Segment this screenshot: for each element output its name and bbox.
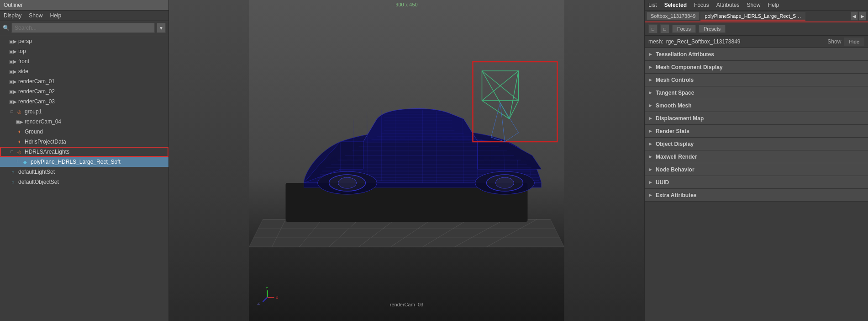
section-arrow-icon: ► [648,116,653,121]
attr-menu-help[interactable]: Help [766,1,781,9]
svg-text:X: X [276,295,279,300]
attr-mesh-value: rge_Rect_Softbox_113173849 [666,38,825,45]
outliner-menu-display[interactable]: Display [2,11,23,20]
attr-editor-panel: List Selected Focus Attributes Show Help… [644,0,868,321]
show-label: Show [827,38,841,45]
set-icon: ○ [9,168,16,176]
attr-menu-focus[interactable]: Focus [692,1,711,9]
tree-item-top[interactable]: ▣▶ top [0,46,168,56]
attr-menu-selected[interactable]: Selected [663,1,689,9]
section-tessellation[interactable]: ► Tessellation Attributes [645,48,868,61]
presets-button[interactable]: Presets [699,25,726,33]
section-arrow-icon: ► [648,154,653,159]
section-arrow-icon: ► [648,64,653,70]
viewport-svg: X Y Z [169,0,644,321]
viewport-inner: 900 x 450 [169,0,644,321]
camera-icon: ▣▶ [9,88,16,95]
tree-item-renderCam04[interactable]: ▣▶ renderCam_04 [0,117,168,127]
attr-menu-list[interactable]: List [647,1,659,9]
expand-icon: □ [9,149,15,155]
viewport-panel[interactable]: 900 x 450 [169,0,644,321]
camera-icon: ▣▶ [9,68,16,75]
tree-item-side[interactable]: ▣▶ side [0,66,168,76]
section-extra-attributes[interactable]: ► Extra Attributes [645,189,868,202]
section-render-stats[interactable]: ► Render Stats [645,125,868,138]
tree-item-defaultLightSet[interactable]: ○ defaultLightSet [0,167,168,177]
section-displacement-map[interactable]: ► Displacement Map [645,112,868,125]
section-uuid[interactable]: ► UUID [645,176,868,189]
outliner-title: Outliner [0,0,168,11]
group-icon: ◎ [16,108,23,115]
attr-icon-copy1[interactable]: □ [648,24,658,33]
outliner-menu-help[interactable]: Help [48,11,63,20]
section-mesh-component-display[interactable]: ► Mesh Component Display [645,61,868,74]
tree-item-persp[interactable]: ▣▶ persp [0,36,168,46]
attr-tab-polyplane[interactable]: polyPlaneShape_HDRLS_Large_Rect_Softbox_… [700,12,805,21]
viewport-camera-label: renderCam_03 [390,302,423,307]
attr-menu-show[interactable]: Show [745,1,762,9]
attr-sections: ► Tessellation Attributes ► Mesh Compone… [645,48,868,321]
tree-item-renderCam03[interactable]: ▣▶ renderCam_03 [0,96,168,107]
focus-button[interactable]: Focus [672,25,696,33]
camera-icon: ▣▶ [16,118,23,125]
svg-text:Z: Z [258,301,260,305]
set-icon: ○ [9,178,16,186]
tree-item-group1[interactable]: □ ◎ group1 [0,107,168,117]
outliner-menu-show[interactable]: Show [27,11,44,20]
tree-item-ground[interactable]: ✦ Ground [0,127,168,137]
camera-icon: ▣▶ [9,98,16,105]
attr-menu-attributes[interactable]: Attributes [715,1,742,9]
section-maxwell-render[interactable]: ► Maxwell Render [645,150,868,163]
attr-tabs-bar: Softbox_113173849 polyPlaneShape_HDRLS_L… [645,11,868,22]
search-bar: 🔍 ▼ [0,21,168,35]
camera-icon: ▣▶ [9,37,16,45]
camera-icon: ▣▶ [9,58,16,65]
hdrls-icon: ✦ [16,138,23,145]
search-input[interactable] [11,23,155,33]
expand-icon: □ [9,109,15,114]
tree-item-renderCam02[interactable]: ▣▶ renderCam_02 [0,86,168,96]
section-arrow-icon: ► [648,193,653,198]
section-arrow-icon: ► [648,103,653,108]
hide-button[interactable]: Hide [844,37,864,46]
tab-prev-btn[interactable]: ◀ [851,11,858,21]
section-arrow-icon: ► [648,180,653,185]
attr-menubar: List Selected Focus Attributes Show Help [645,0,868,11]
tree-item-defaultObjectSet[interactable]: ○ defaultObjectSet [0,177,168,187]
mesh-icon: ◆ [21,158,29,166]
attr-icon-copy2[interactable]: □ [660,24,669,33]
outliner-tree: ▣▶ persp ▣▶ top ▣▶ front ▣▶ side ▣▶ rend… [0,35,168,321]
attr-tab-softbox[interactable]: Softbox_113173849 [647,12,700,20]
attr-tab-arrows: ◀ ▶ [851,11,866,21]
tree-item-HDRLSAreaLights[interactable]: □ ◎ HDRLSAreaLights [0,147,168,157]
viewport-size-label: 900 x 450 [395,2,417,7]
light-group-icon: ◎ [16,148,23,155]
tree-item-polyPlane[interactable]: └ ◆ polyPlane_HDRLS_Large_Rect_Soft [0,157,168,167]
section-arrow-icon: ► [648,141,653,146]
svg-text:Y: Y [266,286,268,290]
search-icon: 🔍 [3,25,10,31]
tree-item-hdrlsProjectData[interactable]: ✦ HdrlsProjectData [0,137,168,147]
section-arrow-icon: ► [648,90,653,95]
svg-point-55 [496,177,514,188]
mesh-icon: ✦ [16,128,23,135]
section-arrow-icon: ► [648,167,653,172]
attr-mesh-label: mesh: [648,38,663,45]
tab-next-btn[interactable]: ▶ [859,11,866,21]
section-node-behavior[interactable]: ► Node Behavior [645,163,868,176]
outliner-panel: Outliner Display Show Help 🔍 ▼ ▣▶ persp … [0,0,169,321]
search-dropdown-btn[interactable]: ▼ [157,23,166,33]
section-arrow-icon: ► [648,77,653,82]
tree-item-renderCam01[interactable]: ▣▶ renderCam_01 [0,76,168,86]
child-arrow-icon: └ [16,160,20,164]
section-object-display[interactable]: ► Object Display [645,138,868,150]
tree-item-front[interactable]: ▣▶ front [0,56,168,66]
section-tangent-space[interactable]: ► Tangent Space [645,86,868,99]
section-arrow-icon: ► [648,52,653,57]
camera-icon: ▣▶ [9,48,16,55]
svg-marker-1 [249,219,564,247]
section-smooth-mesh[interactable]: ► Smooth Mesh [645,99,868,112]
section-mesh-controls[interactable]: ► Mesh Controls [645,74,868,86]
svg-point-52 [338,177,357,188]
outliner-menubar: Display Show Help [0,11,168,21]
